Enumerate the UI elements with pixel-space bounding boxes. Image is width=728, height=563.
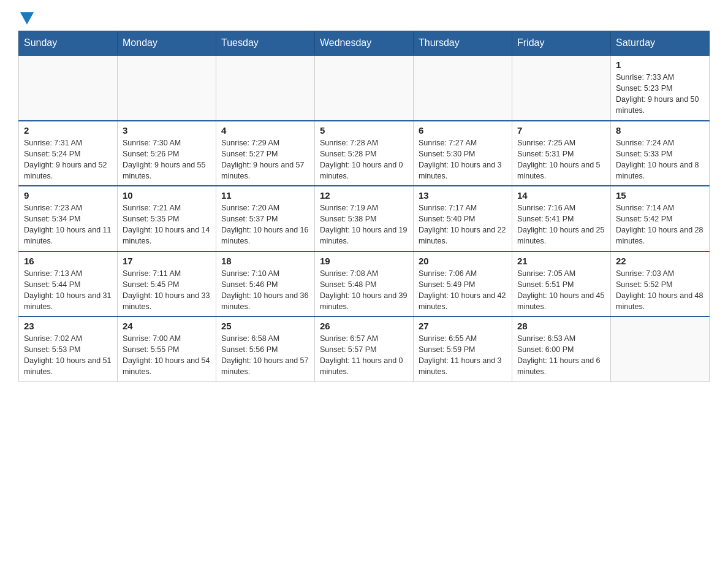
calendar-cell: 17Sunrise: 7:11 AM Sunset: 5:45 PM Dayli… bbox=[118, 251, 216, 317]
day-info: Sunrise: 7:21 AM Sunset: 5:35 PM Dayligh… bbox=[123, 202, 211, 247]
calendar-cell: 8Sunrise: 7:24 AM Sunset: 5:33 PM Daylig… bbox=[611, 121, 710, 186]
calendar-cell: 22Sunrise: 7:03 AM Sunset: 5:52 PM Dayli… bbox=[611, 251, 710, 317]
weekday-header-row: SundayMondayTuesdayWednesdayThursdayFrid… bbox=[19, 31, 710, 56]
day-number: 22 bbox=[616, 256, 704, 266]
calendar-cell: 14Sunrise: 7:16 AM Sunset: 5:41 PM Dayli… bbox=[512, 186, 611, 251]
calendar-cell: 26Sunrise: 6:57 AM Sunset: 5:57 PM Dayli… bbox=[315, 316, 414, 381]
day-info: Sunrise: 7:31 AM Sunset: 5:24 PM Dayligh… bbox=[24, 137, 112, 182]
day-info: Sunrise: 6:57 AM Sunset: 5:57 PM Dayligh… bbox=[320, 333, 408, 378]
weekday-header-saturday: Saturday bbox=[611, 31, 710, 56]
day-info: Sunrise: 7:00 AM Sunset: 5:55 PM Dayligh… bbox=[123, 333, 211, 378]
day-number: 20 bbox=[419, 256, 507, 266]
day-info: Sunrise: 7:14 AM Sunset: 5:42 PM Dayligh… bbox=[616, 202, 704, 247]
day-number: 16 bbox=[24, 256, 112, 266]
day-info: Sunrise: 7:27 AM Sunset: 5:30 PM Dayligh… bbox=[419, 137, 507, 182]
calendar-cell bbox=[315, 55, 414, 121]
calendar-cell bbox=[512, 55, 611, 121]
day-info: Sunrise: 7:17 AM Sunset: 5:40 PM Dayligh… bbox=[419, 202, 507, 247]
day-info: Sunrise: 7:16 AM Sunset: 5:41 PM Dayligh… bbox=[517, 202, 605, 247]
calendar-cell: 1Sunrise: 7:33 AM Sunset: 5:23 PM Daylig… bbox=[611, 55, 710, 121]
day-number: 4 bbox=[221, 125, 309, 136]
calendar-week-row: 23Sunrise: 7:02 AM Sunset: 5:53 PM Dayli… bbox=[19, 316, 710, 381]
logo-arrow-icon bbox=[20, 12, 34, 25]
calendar-cell: 16Sunrise: 7:13 AM Sunset: 5:44 PM Dayli… bbox=[19, 251, 118, 317]
day-number: 7 bbox=[517, 125, 605, 136]
day-info: Sunrise: 7:24 AM Sunset: 5:33 PM Dayligh… bbox=[616, 137, 704, 182]
day-number: 18 bbox=[221, 256, 309, 266]
calendar-table: SundayMondayTuesdayWednesdayThursdayFrid… bbox=[18, 31, 710, 382]
weekday-header-thursday: Thursday bbox=[414, 31, 512, 56]
calendar-cell bbox=[611, 316, 710, 381]
day-info: Sunrise: 6:53 AM Sunset: 6:00 PM Dayligh… bbox=[517, 333, 605, 378]
day-info: Sunrise: 7:30 AM Sunset: 5:26 PM Dayligh… bbox=[123, 137, 211, 182]
day-number: 24 bbox=[123, 321, 211, 331]
calendar-cell: 21Sunrise: 7:05 AM Sunset: 5:51 PM Dayli… bbox=[512, 251, 611, 317]
calendar-cell: 19Sunrise: 7:08 AM Sunset: 5:48 PM Dayli… bbox=[315, 251, 414, 317]
calendar-cell: 20Sunrise: 7:06 AM Sunset: 5:49 PM Dayli… bbox=[414, 251, 512, 317]
day-number: 28 bbox=[517, 321, 605, 331]
calendar-cell bbox=[19, 55, 118, 121]
calendar-cell: 13Sunrise: 7:17 AM Sunset: 5:40 PM Dayli… bbox=[414, 186, 512, 251]
calendar-cell: 15Sunrise: 7:14 AM Sunset: 5:42 PM Dayli… bbox=[611, 186, 710, 251]
calendar-week-row: 9Sunrise: 7:23 AM Sunset: 5:34 PM Daylig… bbox=[19, 186, 710, 251]
page-header bbox=[18, 12, 710, 25]
day-info: Sunrise: 7:08 AM Sunset: 5:48 PM Dayligh… bbox=[320, 268, 408, 313]
calendar-cell: 4Sunrise: 7:29 AM Sunset: 5:27 PM Daylig… bbox=[216, 121, 315, 186]
day-number: 27 bbox=[419, 321, 507, 331]
day-info: Sunrise: 7:23 AM Sunset: 5:34 PM Dayligh… bbox=[24, 202, 112, 247]
day-info: Sunrise: 7:33 AM Sunset: 5:23 PM Dayligh… bbox=[616, 72, 704, 117]
calendar-cell bbox=[414, 55, 512, 121]
calendar-week-row: 2Sunrise: 7:31 AM Sunset: 5:24 PM Daylig… bbox=[19, 121, 710, 186]
calendar-cell: 9Sunrise: 7:23 AM Sunset: 5:34 PM Daylig… bbox=[19, 186, 118, 251]
day-info: Sunrise: 7:28 AM Sunset: 5:28 PM Dayligh… bbox=[320, 137, 408, 182]
weekday-header-sunday: Sunday bbox=[19, 31, 118, 56]
calendar-cell: 27Sunrise: 6:55 AM Sunset: 5:59 PM Dayli… bbox=[414, 316, 512, 381]
calendar-cell: 5Sunrise: 7:28 AM Sunset: 5:28 PM Daylig… bbox=[315, 121, 414, 186]
calendar-cell bbox=[118, 55, 216, 121]
day-number: 9 bbox=[24, 190, 112, 201]
day-number: 8 bbox=[616, 125, 704, 136]
calendar-cell: 28Sunrise: 6:53 AM Sunset: 6:00 PM Dayli… bbox=[512, 316, 611, 381]
calendar-cell: 7Sunrise: 7:25 AM Sunset: 5:31 PM Daylig… bbox=[512, 121, 611, 186]
day-number: 2 bbox=[24, 125, 112, 136]
calendar-cell: 10Sunrise: 7:21 AM Sunset: 5:35 PM Dayli… bbox=[118, 186, 216, 251]
day-number: 17 bbox=[123, 256, 211, 266]
calendar-cell: 6Sunrise: 7:27 AM Sunset: 5:30 PM Daylig… bbox=[414, 121, 512, 186]
day-number: 12 bbox=[320, 190, 408, 201]
day-info: Sunrise: 6:55 AM Sunset: 5:59 PM Dayligh… bbox=[419, 333, 507, 378]
calendar-cell bbox=[216, 55, 315, 121]
day-number: 21 bbox=[517, 256, 605, 266]
weekday-header-friday: Friday bbox=[512, 31, 611, 56]
weekday-header-tuesday: Tuesday bbox=[216, 31, 315, 56]
svg-marker-0 bbox=[20, 12, 34, 25]
day-info: Sunrise: 6:58 AM Sunset: 5:56 PM Dayligh… bbox=[221, 333, 309, 378]
day-info: Sunrise: 7:06 AM Sunset: 5:49 PM Dayligh… bbox=[419, 268, 507, 313]
day-number: 14 bbox=[517, 190, 605, 201]
day-number: 1 bbox=[616, 59, 704, 70]
calendar-cell: 3Sunrise: 7:30 AM Sunset: 5:26 PM Daylig… bbox=[118, 121, 216, 186]
day-info: Sunrise: 7:02 AM Sunset: 5:53 PM Dayligh… bbox=[24, 333, 112, 378]
day-info: Sunrise: 7:10 AM Sunset: 5:46 PM Dayligh… bbox=[221, 268, 309, 313]
weekday-header-wednesday: Wednesday bbox=[315, 31, 414, 56]
day-info: Sunrise: 7:20 AM Sunset: 5:37 PM Dayligh… bbox=[221, 202, 309, 247]
day-number: 10 bbox=[123, 190, 211, 201]
calendar-cell: 11Sunrise: 7:20 AM Sunset: 5:37 PM Dayli… bbox=[216, 186, 315, 251]
day-info: Sunrise: 7:25 AM Sunset: 5:31 PM Dayligh… bbox=[517, 137, 605, 182]
day-info: Sunrise: 7:11 AM Sunset: 5:45 PM Dayligh… bbox=[123, 268, 211, 313]
calendar-cell: 2Sunrise: 7:31 AM Sunset: 5:24 PM Daylig… bbox=[19, 121, 118, 186]
calendar-cell: 12Sunrise: 7:19 AM Sunset: 5:38 PM Dayli… bbox=[315, 186, 414, 251]
day-info: Sunrise: 7:19 AM Sunset: 5:38 PM Dayligh… bbox=[320, 202, 408, 247]
day-info: Sunrise: 7:29 AM Sunset: 5:27 PM Dayligh… bbox=[221, 137, 309, 182]
day-number: 26 bbox=[320, 321, 408, 331]
logo bbox=[18, 12, 34, 25]
day-number: 19 bbox=[320, 256, 408, 266]
day-number: 23 bbox=[24, 321, 112, 331]
day-number: 11 bbox=[221, 190, 309, 201]
day-number: 5 bbox=[320, 125, 408, 136]
calendar-cell: 23Sunrise: 7:02 AM Sunset: 5:53 PM Dayli… bbox=[19, 316, 118, 381]
day-info: Sunrise: 7:05 AM Sunset: 5:51 PM Dayligh… bbox=[517, 268, 605, 313]
weekday-header-monday: Monday bbox=[118, 31, 216, 56]
day-info: Sunrise: 7:03 AM Sunset: 5:52 PM Dayligh… bbox=[616, 268, 704, 313]
calendar-week-row: 1Sunrise: 7:33 AM Sunset: 5:23 PM Daylig… bbox=[19, 55, 710, 121]
calendar-cell: 24Sunrise: 7:00 AM Sunset: 5:55 PM Dayli… bbox=[118, 316, 216, 381]
